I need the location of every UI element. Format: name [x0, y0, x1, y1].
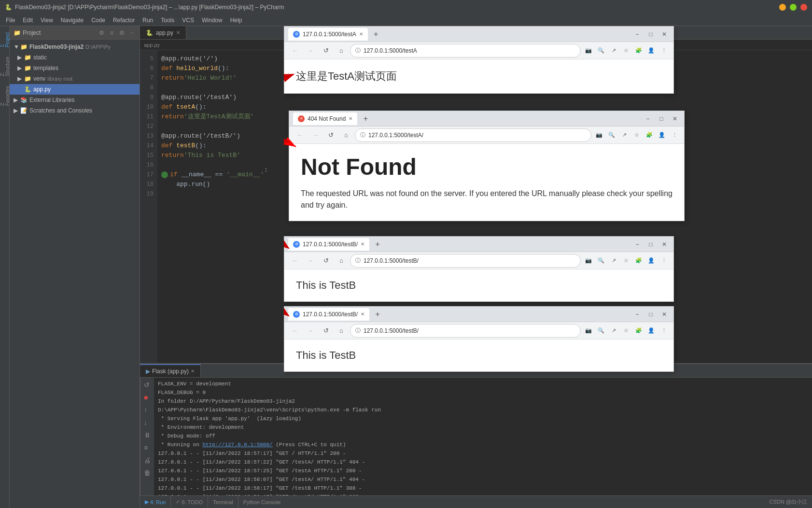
- menu-run[interactable]: Run: [139, 16, 157, 25]
- browser-4-tab-close[interactable]: ✕: [361, 311, 364, 317]
- panel-settings-btn[interactable]: ⚙: [117, 28, 126, 37]
- sidebar-favorites-icon[interactable]: 2: Favorites: [1, 86, 9, 105]
- browser-2-back[interactable]: ←: [293, 128, 307, 142]
- browser-4-close[interactable]: ✕: [659, 309, 670, 320]
- tree-item-static[interactable]: ▶ 📁 static: [10, 52, 140, 63]
- browser-2-share[interactable]: ↗: [618, 129, 630, 141]
- stop-btn[interactable]: ■: [142, 392, 152, 403]
- tree-item-scratches[interactable]: ▶ 📝 Scratches and Consoles: [10, 105, 140, 116]
- browser-3-menu[interactable]: ⋮: [658, 255, 670, 267]
- browser-1-close[interactable]: ✕: [659, 29, 670, 40]
- settings-btn[interactable]: ≡: [142, 442, 152, 453]
- browser-2-refresh[interactable]: ↺: [324, 128, 337, 142]
- panel-minimize-btn[interactable]: −: [128, 28, 136, 37]
- browser-1-zoom[interactable]: 🔍: [595, 45, 607, 56]
- browser-1-new-tab[interactable]: +: [370, 28, 382, 41]
- print-btn[interactable]: 🖨: [142, 455, 152, 466]
- browser-3-back[interactable]: ←: [288, 254, 302, 268]
- browser-2-zoom[interactable]: 🔍: [606, 129, 617, 141]
- browser-2-profile[interactable]: 👤: [656, 129, 668, 141]
- terminal-status-tab[interactable]: Terminal: [208, 496, 238, 508]
- tree-item-venv[interactable]: ▶ 📁 venv library root: [10, 73, 140, 84]
- browser-4-tab[interactable]: ⚙ 127.0.0.1:5000/testB/ ✕: [288, 308, 369, 321]
- browser-4-maximize[interactable]: □: [645, 309, 656, 320]
- browser-1-back[interactable]: ←: [288, 44, 302, 57]
- browser-4-profile[interactable]: 👤: [645, 325, 657, 337]
- browser-2-forward[interactable]: →: [308, 128, 322, 142]
- browser-4-zoom[interactable]: 🔍: [595, 325, 607, 337]
- menu-file[interactable]: File: [2, 16, 19, 25]
- browser-1-menu[interactable]: ⋮: [658, 45, 670, 56]
- browser-3-screenshot[interactable]: 📷: [583, 255, 594, 267]
- tree-item-external-libs[interactable]: ▶ 📚 External Libraries: [10, 95, 140, 105]
- browser-1-bookmark[interactable]: ☆: [620, 45, 632, 56]
- menu-help[interactable]: Help: [226, 16, 246, 25]
- scroll-up-btn[interactable]: ↑: [142, 405, 152, 415]
- menu-view[interactable]: View: [37, 16, 57, 25]
- menu-edit[interactable]: Edit: [19, 16, 37, 25]
- run-tab-close[interactable]: ✕: [191, 368, 195, 374]
- browser-4-new-tab[interactable]: +: [371, 308, 384, 321]
- browser-2-maximize[interactable]: □: [656, 113, 667, 124]
- clear-btn[interactable]: 🗑: [142, 467, 152, 478]
- browser-3-profile[interactable]: 👤: [645, 255, 657, 267]
- browser-1-profile[interactable]: 👤: [645, 45, 657, 56]
- browser-2-menu[interactable]: ⋮: [669, 129, 680, 141]
- browser-4-extension[interactable]: 🧩: [633, 325, 644, 337]
- browser-3-extension[interactable]: 🧩: [633, 255, 644, 267]
- browser-3-new-tab[interactable]: +: [371, 238, 384, 251]
- browser-3-home[interactable]: ⌂: [335, 254, 348, 268]
- browser-3-minimize[interactable]: −: [632, 239, 643, 250]
- browser-2-tab[interactable]: ✕ 404 Not Found ✕: [293, 113, 357, 125]
- browser-1-tab[interactable]: ⚙ 127.0.0.1:5000/testA ✕: [288, 28, 368, 41]
- browser-2-new-tab[interactable]: +: [359, 113, 372, 125]
- browser-1-refresh[interactable]: ↺: [319, 44, 333, 57]
- maximize-btn[interactable]: [790, 4, 797, 11]
- run-tab[interactable]: ▶ Flask (app.py) ✕: [140, 364, 201, 377]
- browser-4-address-bar[interactable]: ⓘ 127.0.0.1:5000/testB/: [350, 324, 581, 338]
- panel-sync-btn[interactable]: ⚙: [97, 28, 106, 37]
- browser-2-close[interactable]: ✕: [670, 113, 680, 124]
- tree-item-project[interactable]: ▼ 📁 FlaskDemo03-jinja2 D:\APP\Py: [10, 42, 140, 52]
- close-btn[interactable]: [800, 4, 807, 11]
- browser-4-refresh[interactable]: ↺: [319, 324, 333, 338]
- browser-2-home[interactable]: ⌂: [339, 128, 353, 142]
- browser-3-close[interactable]: ✕: [659, 239, 670, 250]
- browser-2-address-bar[interactable]: ⓘ 127.0.0.1:5000/testA/: [355, 128, 591, 142]
- flask-url-link[interactable]: http://127.0.0.1:5000/: [202, 442, 272, 448]
- browser-4-back[interactable]: ←: [288, 324, 302, 338]
- tab-close-btn[interactable]: ✕: [176, 30, 180, 35]
- scroll-down-btn[interactable]: ↓: [142, 417, 152, 428]
- browser-3-tab-close[interactable]: ✕: [361, 241, 364, 247]
- menu-refactor[interactable]: Refactor: [109, 16, 139, 25]
- browser-2-screenshot[interactable]: 📷: [593, 129, 605, 141]
- menu-tools[interactable]: Tools: [157, 16, 178, 25]
- tree-item-apppy[interactable]: 🐍 app.py: [10, 84, 140, 95]
- browser-3-zoom[interactable]: 🔍: [595, 255, 607, 267]
- run-status-tab[interactable]: ▶ 4: Run: [140, 496, 171, 508]
- tab-apppy[interactable]: 🐍 app.py ✕: [140, 26, 186, 39]
- menu-navigate[interactable]: Navigate: [57, 16, 87, 25]
- minimize-btn[interactable]: [779, 4, 786, 11]
- browser-4-bookmark[interactable]: ☆: [620, 325, 632, 337]
- browser-4-share[interactable]: ↗: [608, 325, 619, 337]
- browser-2-tab-close[interactable]: ✕: [349, 116, 352, 121]
- browser-2-extension[interactable]: 🧩: [644, 129, 655, 141]
- browser-4-home[interactable]: ⌂: [335, 324, 348, 338]
- sidebar-structure-icon[interactable]: Z: Structure: [1, 57, 9, 76]
- browser-1-share[interactable]: ↗: [608, 45, 619, 56]
- browser-1-extension[interactable]: 🧩: [633, 45, 644, 56]
- browser-3-refresh[interactable]: ↺: [319, 254, 333, 268]
- browser-3-tab[interactable]: ⚙ 127.0.0.1:5000/testB/ ✕: [288, 238, 369, 251]
- browser-1-home[interactable]: ⌂: [335, 44, 348, 57]
- menu-vcs[interactable]: VCS: [178, 16, 198, 25]
- browser-3-share[interactable]: ↗: [608, 255, 619, 267]
- browser-1-address-bar[interactable]: ⓘ 127.0.0.1:5000/testA: [350, 44, 581, 57]
- browser-2-minimize[interactable]: −: [643, 113, 653, 124]
- python-console-tab[interactable]: Python Console: [238, 496, 286, 508]
- sidebar-project-icon[interactable]: 1: Project: [1, 28, 9, 47]
- browser-1-maximize[interactable]: □: [645, 29, 656, 40]
- browser-2-bookmark[interactable]: ☆: [631, 129, 643, 141]
- browser-4-minimize[interactable]: −: [632, 309, 643, 320]
- browser-4-screenshot[interactable]: 📷: [583, 325, 594, 337]
